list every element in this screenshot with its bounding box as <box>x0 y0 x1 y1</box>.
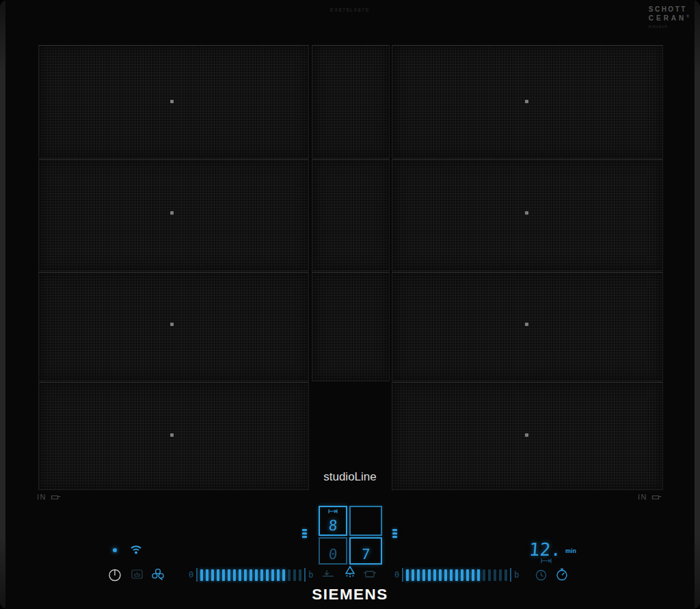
stopwatch-button[interactable] <box>556 568 568 581</box>
pan-transfer-button[interactable] <box>321 569 336 580</box>
power-slider-right[interactable]: 0b <box>394 567 519 582</box>
induction-marking-right: IN <box>638 493 662 501</box>
fan-clover-button[interactable] <box>151 568 165 581</box>
flex-zone-right-mid-rear <box>392 159 663 271</box>
zone-center-dot <box>170 433 174 437</box>
status-led <box>113 548 117 552</box>
siemens-logo: SIEMENS <box>0 586 700 604</box>
transfer-icon <box>320 509 346 514</box>
bezel-right <box>695 0 700 609</box>
flex-zone-left-rear <box>38 45 309 159</box>
zone-select-bottom-left[interactable]: 0 <box>319 537 347 565</box>
pan-icon <box>651 493 662 500</box>
bezel-left <box>0 0 5 609</box>
timer-unit-label: min <box>565 547 576 554</box>
zone-select-top-right[interactable] <box>349 506 382 536</box>
schott-subtext: MIRADUR <box>649 25 689 29</box>
flex-zone-left-front <box>38 382 309 490</box>
flex-zone-right-mid-front <box>392 272 663 381</box>
timer-transfer-icon <box>541 558 552 564</box>
zone-center-dot <box>170 100 174 103</box>
center-zone-mid <box>312 159 390 271</box>
model-code: EX875LX67E <box>0 8 700 12</box>
center-zone-front <box>312 272 390 381</box>
zone-center-dot <box>525 211 528 215</box>
zone-level-display: 0 <box>319 546 347 563</box>
power-slider-left[interactable]: 0b <box>189 567 313 582</box>
cooktop-surface: EX875LX67E SCHOTT CERAN® MIRADUR studioL… <box>0 0 700 609</box>
studioline-label: studioLine <box>305 470 395 484</box>
induction-marking-left: IN <box>37 493 62 501</box>
timer-display: 12. <box>528 539 562 560</box>
induction-label: IN <box>37 493 46 501</box>
zone-level-display: 8 <box>319 517 347 534</box>
center-zone-rear <box>312 45 390 159</box>
pan-lock-button[interactable] <box>131 569 144 580</box>
zone-center-dot <box>525 433 528 437</box>
power-button[interactable] <box>108 568 122 582</box>
pot-button[interactable] <box>363 569 377 579</box>
schott-line1: SCHOTT <box>649 5 689 14</box>
zone-select-bottom-right[interactable]: 7 <box>349 537 382 565</box>
flex-link-icon-left <box>302 529 307 538</box>
zone-level-display: 7 <box>350 546 381 563</box>
flex-link-icon-right <box>392 529 397 538</box>
clock-button[interactable] <box>535 569 547 581</box>
zone-select-top-left[interactable]: 8 <box>319 506 347 536</box>
wifi-icon <box>130 545 142 554</box>
induction-label: IN <box>638 493 647 501</box>
flex-zone-left-mid-front <box>38 272 309 381</box>
pan-icon <box>51 493 62 500</box>
zone-center-dot <box>170 211 174 215</box>
schott-ceran-logo: SCHOTT CERAN® MIRADUR <box>649 5 689 29</box>
schott-line2: CERAN® <box>649 14 689 23</box>
zone-center-dot <box>525 100 528 103</box>
zone-center-dot <box>525 323 528 326</box>
flex-zone-left-mid-rear <box>38 159 309 271</box>
zone-center-dot <box>170 323 174 326</box>
sensor-fountain-button[interactable] <box>344 565 356 580</box>
